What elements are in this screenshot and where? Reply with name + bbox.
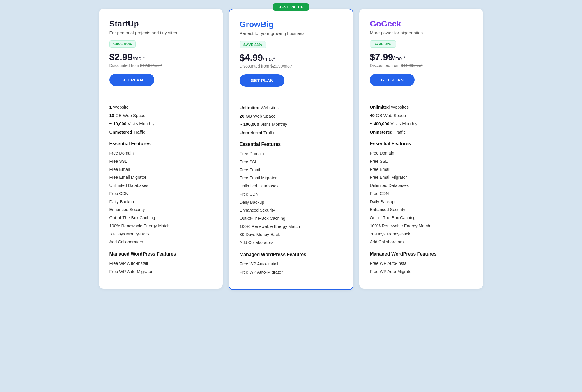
feature-item: Unlimited Databases: [240, 182, 342, 190]
feature-item: Daily Backup: [109, 198, 212, 206]
managed-features-title: Managed WordPress Features: [109, 251, 212, 257]
save-badge: SAVE 83%: [109, 40, 136, 48]
feature-item: 100% Renewable Energy Match: [370, 222, 473, 230]
plan-tagline: More power for bigger sites: [370, 30, 473, 35]
feature-item: Out-of-The-Box Caching: [109, 214, 212, 222]
stat-line: Unmetered Traffic: [240, 130, 342, 136]
feature-item: 30-Days Money-Back: [370, 230, 473, 238]
feature-item: Add Collaborators: [109, 238, 212, 246]
get-plan-button[interactable]: GET PLAN: [370, 74, 415, 86]
feature-item: Free SSL: [370, 157, 473, 166]
managed-feature-item: Free WP Auto-Migrator: [240, 268, 342, 276]
feature-item: Free Email Migrator: [109, 173, 212, 182]
feature-item: 100% Renewable Energy Match: [240, 223, 342, 231]
stat-line: 10 GB Web Space: [109, 112, 212, 119]
managed-features-list: Free WP Auto-InstallFree WP Auto-Migrato…: [370, 260, 473, 276]
managed-features-title: Managed WordPress Features: [370, 251, 473, 257]
plan-price: $7.99/mo.*: [370, 52, 473, 63]
managed-feature-item: Free WP Auto-Install: [370, 260, 473, 268]
feature-item: Add Collaborators: [370, 238, 473, 246]
plan-price: $2.99/mo.*: [109, 52, 212, 63]
feature-item: Free Email: [370, 166, 473, 174]
save-badge: SAVE 82%: [370, 40, 396, 48]
essential-features-title: Essential Features: [109, 141, 212, 146]
managed-feature-item: Free WP Auto-Install: [109, 260, 212, 268]
stat-line: 1 Website: [109, 104, 212, 111]
feature-item: Free SSL: [240, 158, 342, 166]
stat-line: Unmetered Traffic: [370, 129, 473, 136]
feature-item: Free Email Migrator: [240, 174, 342, 182]
feature-item: Free SSL: [109, 157, 212, 166]
best-value-badge: BEST VALUE: [273, 3, 309, 11]
essential-features-title: Essential Features: [370, 141, 473, 146]
plan-original-price: Discounted from $29.99/mo.*: [240, 64, 342, 68]
stat-line: 20 GB Web Space: [240, 113, 342, 120]
feature-item: Free CDN: [240, 190, 342, 198]
feature-item: Free Email: [240, 166, 342, 174]
managed-features-list: Free WP Auto-InstallFree WP Auto-Migrato…: [240, 260, 342, 276]
plan-original-price: Discounted from $17.99/mo.*: [109, 63, 212, 68]
stat-line: Unmetered Traffic: [109, 129, 212, 136]
stat-line: ~ 10,000 Visits Monthly: [109, 120, 212, 127]
essential-features-list: Free DomainFree SSLFree EmailFree Email …: [370, 149, 473, 246]
save-badge: SAVE 83%: [240, 41, 266, 48]
stat-line: ~ 400,000 Visits Monthly: [370, 120, 473, 127]
get-plan-button[interactable]: GET PLAN: [109, 74, 154, 86]
feature-item: 100% Renewable Energy Match: [109, 222, 212, 230]
essential-features-list: Free DomainFree SSLFree EmailFree Email …: [109, 149, 212, 246]
feature-item: Free CDN: [109, 190, 212, 198]
divider: [109, 97, 212, 97]
feature-item: Add Collaborators: [240, 239, 342, 247]
feature-item: Free Email Migrator: [370, 173, 473, 182]
feature-item: Enhanced Security: [370, 206, 473, 214]
managed-feature-item: Free WP Auto-Migrator: [370, 268, 473, 276]
stat-line: Unlimited Websites: [370, 104, 473, 111]
plan-price: $4.99/mo.*: [240, 52, 342, 63]
plan-card-gogeek: GoGeek More power for bigger sites SAVE …: [359, 9, 483, 289]
plan-tagline: Perfect for your growing business: [240, 31, 342, 36]
stats-section: Unlimited Websites20 GB Web Space~ 100,0…: [240, 104, 342, 136]
divider: [240, 98, 342, 98]
divider: [370, 97, 473, 97]
stat-line: ~ 100,000 Visits Monthly: [240, 121, 342, 128]
get-plan-button[interactable]: GET PLAN: [240, 74, 284, 87]
feature-item: Free CDN: [370, 190, 473, 198]
feature-item: Out-of-The-Box Caching: [240, 214, 342, 223]
feature-item: Free Domain: [370, 149, 473, 157]
plan-name: StartUp: [109, 19, 212, 29]
stats-section: 1 Website10 GB Web Space~ 10,000 Visits …: [109, 104, 212, 135]
managed-feature-item: Free WP Auto-Install: [240, 260, 342, 268]
feature-item: Free Email: [109, 166, 212, 174]
feature-item: 30-Days Money-Back: [240, 231, 342, 239]
plan-tagline: For personal projects and tiny sites: [109, 30, 212, 35]
essential-features-list: Free DomainFree SSLFree EmailFree Email …: [240, 150, 342, 247]
feature-item: Daily Backup: [370, 198, 473, 206]
stat-line: 40 GB Web Space: [370, 112, 473, 119]
plan-name: GoGeek: [370, 19, 473, 29]
managed-feature-item: Free WP Auto-Migrator: [109, 268, 212, 276]
stat-line: Unlimited Websites: [240, 104, 342, 111]
feature-item: Enhanced Security: [109, 206, 212, 214]
feature-item: 30-Days Money-Back: [109, 230, 212, 238]
plan-name: GrowBig: [240, 20, 342, 29]
feature-item: Daily Backup: [240, 198, 342, 207]
plan-card-startup: StartUp For personal projects and tiny s…: [99, 9, 223, 289]
feature-item: Free Domain: [109, 149, 212, 157]
feature-item: Out-of-The-Box Caching: [370, 214, 473, 222]
essential-features-title: Essential Features: [240, 142, 342, 147]
plans-container: StartUp For personal projects and tiny s…: [96, 9, 486, 290]
plan-original-price: Discounted from $44.99/mo.*: [370, 63, 473, 68]
feature-item: Enhanced Security: [240, 206, 342, 214]
feature-item: Unlimited Databases: [109, 182, 212, 190]
managed-features-title: Managed WordPress Features: [240, 252, 342, 257]
stats-section: Unlimited Websites40 GB Web Space~ 400,0…: [370, 104, 473, 135]
plan-card-growbig: BEST VALUE GrowBig Perfect for your grow…: [229, 9, 353, 290]
managed-features-list: Free WP Auto-InstallFree WP Auto-Migrato…: [109, 260, 212, 276]
feature-item: Unlimited Databases: [370, 182, 473, 190]
feature-item: Free Domain: [240, 150, 342, 158]
